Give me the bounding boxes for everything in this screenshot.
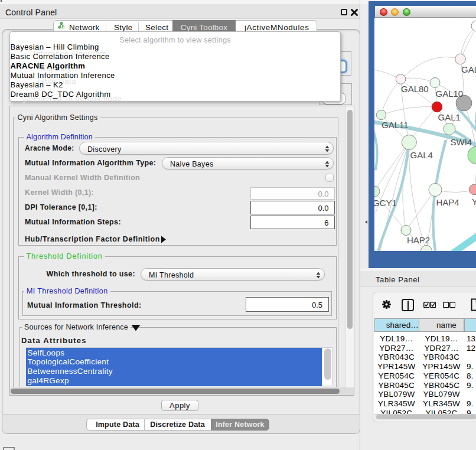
svg-text:HAP4: HAP4	[436, 197, 459, 207]
svg-text:GAL4: GAL4	[410, 150, 433, 160]
svg-text:GCY1: GCY1	[374, 198, 397, 208]
svg-text:GAL11: GAL11	[382, 120, 409, 130]
svg-text:Y: Y	[472, 197, 476, 207]
svg-text:GAL80: GAL80	[401, 84, 429, 94]
svg-text:GAL: GAL	[461, 64, 476, 74]
svg-text:GAL1: GAL1	[438, 112, 461, 122]
svg-text:SWI4: SWI4	[451, 137, 472, 147]
svg-text:GAL10: GAL10	[436, 89, 464, 99]
svg-text:HAP2: HAP2	[407, 235, 430, 245]
